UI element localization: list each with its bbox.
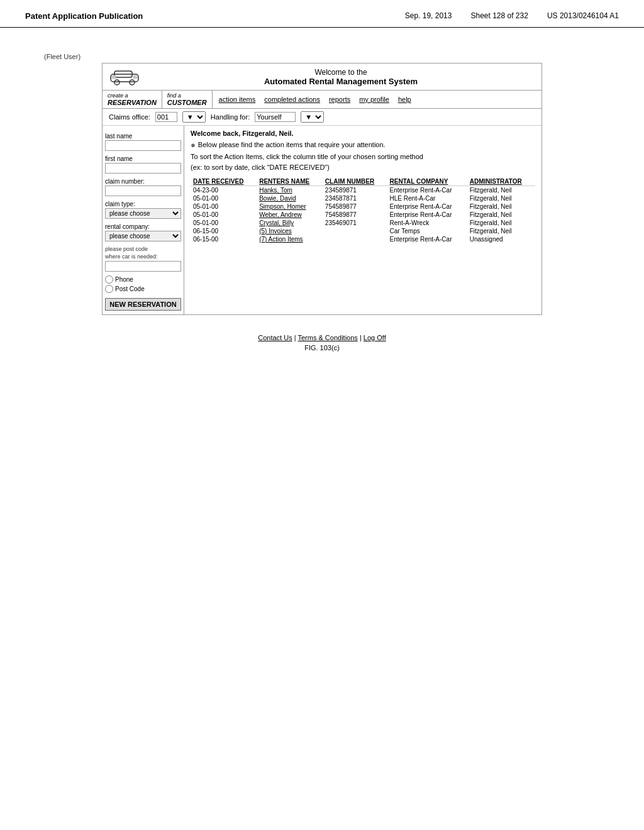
postcode-radio[interactable] — [105, 285, 113, 293]
cell-admin: Fitzgerald, Neil — [467, 202, 535, 211]
cell-admin: Fitzgerald, Neil — [467, 219, 535, 227]
post-code-input[interactable] — [105, 261, 181, 272]
cell-renter[interactable]: Simpson, Homer — [257, 202, 323, 211]
renter-link[interactable]: Bowie, David — [259, 195, 296, 202]
find-tab-top: find a — [167, 92, 207, 99]
app-top-bar: Welcome to the Automated Rental Manageme… — [103, 64, 541, 91]
claims-bar: Claims office: ▼ Handling for: ▼ — [103, 109, 541, 126]
cell-company: Rent-A-Wreck — [387, 219, 467, 227]
renter-link[interactable]: Hanks, Tom — [259, 187, 292, 194]
sort-line2: (ex: to sort by date, click "DATE RECEIV… — [191, 162, 535, 173]
cell-claim — [323, 235, 387, 243]
cell-date: 06-15-00 — [191, 235, 257, 243]
sidebar: last name first name claim number: claim… — [103, 126, 184, 314]
app-window: Welcome to the Automated Rental Manageme… — [102, 63, 542, 315]
footer-links: Contact Us | Terms & Conditions | Log Of… — [258, 334, 386, 341]
info-item: ● Below please find the action items tha… — [191, 141, 535, 149]
renter-link[interactable]: Crystal, Billy — [259, 219, 294, 226]
col-renters-name[interactable]: RENTERS NAME — [257, 177, 323, 186]
create-tab-bottom: RESERVATION — [108, 99, 157, 106]
cell-admin: Fitzgerald, Neil — [467, 227, 535, 235]
action-items-table: DATE RECEIVED RENTERS NAME CLAIM NUMBER … — [191, 177, 535, 243]
table-row: 04-23-00Hanks, Tom234589871Enterprise Re… — [191, 186, 535, 195]
renter-link[interactable]: (5) Invoices — [259, 228, 292, 235]
info-text: Below please find the action items that … — [198, 141, 386, 148]
search-type-radio-group: Phone Post Code — [105, 275, 181, 293]
handling-for-select[interactable]: ▼ — [301, 111, 324, 123]
sort-info: To sort the Action Items, click the colu… — [191, 152, 535, 172]
cell-renter[interactable]: Crystal, Billy — [257, 219, 323, 227]
app-title-line2: Automated Rental Management System — [147, 77, 535, 86]
phone-radio[interactable] — [105, 275, 113, 284]
new-reservation-button[interactable]: NEW RESERVATION — [105, 298, 181, 311]
phone-radio-label: Phone — [115, 276, 133, 283]
first-name-input[interactable] — [105, 163, 181, 174]
renter-link[interactable]: (7) Action Items — [259, 236, 303, 243]
claims-office-select[interactable]: ▼ — [182, 111, 206, 123]
cell-date: 04-23-00 — [191, 186, 257, 195]
renter-link[interactable]: Simpson, Homer — [259, 203, 306, 210]
app-title: Welcome to the Automated Rental Manageme… — [147, 68, 535, 86]
claim-type-label: claim type: — [105, 201, 181, 208]
table-row: 06-15-00(7) Action ItemsEnterprise Rent-… — [191, 235, 535, 243]
cell-renter[interactable]: (7) Action Items — [257, 235, 323, 243]
page-header: Patent Application Publication Sep. 19, … — [0, 0, 644, 28]
col-date-received[interactable]: DATE RECEIVED — [191, 177, 257, 186]
cell-date: 05-01-00 — [191, 202, 257, 211]
patent-number: US 2013/0246104 A1 — [547, 11, 619, 20]
cell-renter[interactable]: Hanks, Tom — [257, 186, 323, 195]
contact-us-link[interactable]: Contact Us — [258, 334, 292, 341]
cell-renter[interactable]: Bowie, David — [257, 194, 323, 202]
col-administrator[interactable]: ADMINISTRATOR — [467, 177, 535, 186]
find-customer-tab[interactable]: find a CUSTOMER — [162, 91, 212, 108]
create-tab-top: create a — [108, 92, 157, 99]
cell-company: Enterprise Rent-A-Car — [387, 202, 467, 211]
cell-company: Enterprise Rent-A-Car — [387, 235, 467, 243]
cell-claim: 234587871 — [323, 194, 387, 202]
sort-line1: To sort the Action Items, click the colu… — [191, 152, 535, 162]
cell-admin: Unassigned — [467, 235, 535, 243]
table-row: 05-01-00Simpson, Homer754589877Enterpris… — [191, 202, 535, 211]
bullet-icon: ● — [191, 141, 196, 149]
cell-renter[interactable]: Weber, Andrew — [257, 211, 323, 219]
terms-link[interactable]: Terms & Conditions — [297, 334, 357, 341]
last-name-input[interactable] — [105, 140, 181, 151]
col-claim-number[interactable]: CLAIM NUMBER — [323, 177, 387, 186]
cell-claim: 235469071 — [323, 219, 387, 227]
table-row: 05-01-00Weber, Andrew754589877Enterprise… — [191, 211, 535, 219]
phone-radio-item: Phone — [105, 275, 181, 284]
create-reservation-tab[interactable]: create a RESERVATION — [103, 91, 162, 108]
handling-for-input[interactable] — [255, 112, 296, 122]
claim-number-input[interactable] — [105, 185, 181, 196]
claims-office-input[interactable] — [155, 112, 177, 122]
welcome-text: Welcome back, Fitzgerald, Neil. — [191, 130, 535, 137]
action-items-link[interactable]: action items — [219, 96, 256, 103]
completed-actions-link[interactable]: completed actions — [264, 96, 320, 103]
my-profile-link[interactable]: my profile — [359, 96, 389, 103]
rental-company-label: rental company: — [105, 223, 181, 230]
cell-claim: 754589877 — [323, 202, 387, 211]
cell-admin: Fitzgerald, Neil — [467, 186, 535, 195]
cell-company: Enterprise Rent-A-Car — [387, 211, 467, 219]
cell-claim: 234589871 — [323, 186, 387, 195]
cell-claim — [323, 227, 387, 235]
nav-bar: create a RESERVATION find a CUSTOMER act… — [103, 91, 541, 109]
claim-type-select[interactable]: please choose — [105, 208, 181, 219]
col-rental-company[interactable]: RENTAL COMPANY — [387, 177, 467, 186]
header-meta: Sep. 19, 2013 Sheet 128 of 232 US 2013/0… — [405, 11, 619, 20]
reports-link[interactable]: reports — [329, 96, 350, 103]
renter-link[interactable]: Weber, Andrew — [259, 211, 302, 218]
sheet-info: Sheet 128 of 232 — [470, 11, 528, 20]
cell-date: 06-15-00 — [191, 227, 257, 235]
car-icon — [109, 68, 140, 86]
svg-point-3 — [130, 80, 135, 85]
cell-company: HLE Rent-A-Car — [387, 194, 467, 202]
help-link[interactable]: help — [398, 96, 411, 103]
cell-company: Enterprise Rent-A-Car — [387, 186, 467, 195]
log-off-link[interactable]: Log Off — [364, 334, 386, 341]
last-name-label: last name — [105, 133, 181, 140]
cell-renter[interactable]: (5) Invoices — [257, 227, 323, 235]
rental-company-select[interactable]: please choose — [105, 231, 181, 241]
main-content: (Fleet User) Welcome to the Automated Re… — [0, 28, 644, 364]
postcode-radio-item: Post Code — [105, 285, 181, 293]
